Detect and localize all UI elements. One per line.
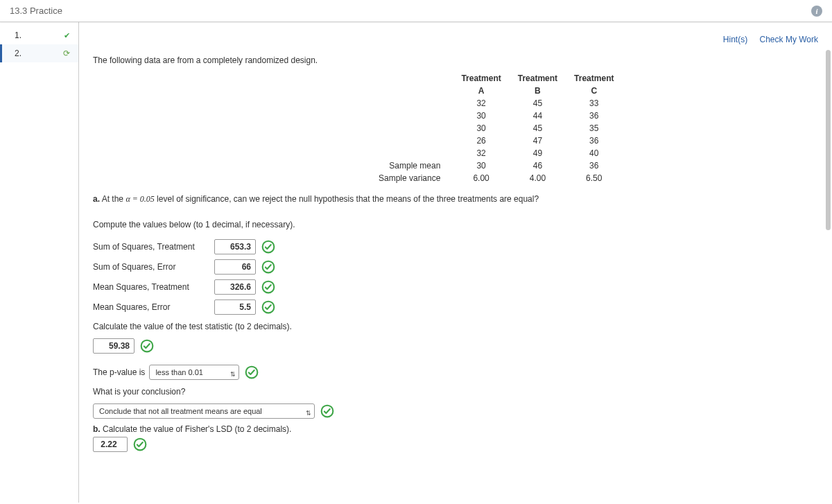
pvalue-label: The p-value is xyxy=(93,367,145,377)
sse-input[interactable]: 66 xyxy=(214,259,256,275)
info-icon[interactable]: i xyxy=(811,6,822,17)
check-work-link[interactable]: Check My Work xyxy=(760,35,818,44)
data-table: Treatment Treatment Treatment A B C 3245… xyxy=(370,72,800,184)
question-a: a. At the α = 0.05 level of significance… xyxy=(93,194,800,205)
nav-number: 1. xyxy=(15,31,26,40)
sst-label: Sum of Squares, Treatment xyxy=(93,242,214,252)
col-head-a1: Treatment xyxy=(453,72,509,85)
question-nav: 1. ✔ 2. ⟳ xyxy=(0,22,79,503)
correct-icon xyxy=(261,240,275,254)
refresh-icon: ⟳ xyxy=(62,49,71,58)
pvalue-select[interactable]: less than 0.01 xyxy=(149,365,239,380)
mse-label: Mean Squares, Error xyxy=(93,302,214,312)
correct-icon xyxy=(261,300,275,314)
fstat-input[interactable]: 59.38 xyxy=(93,338,135,354)
scrollbar[interactable] xyxy=(824,22,831,503)
sse-label: Sum of Squares, Error xyxy=(93,262,214,272)
main-content: Hint(s) Check My Work The following data… xyxy=(79,22,832,503)
correct-icon xyxy=(261,280,275,294)
var-label: Sample variance xyxy=(370,172,453,184)
calc-stat-instruction: Calculate the value of the test statisti… xyxy=(93,322,800,331)
conclusion-question: What is your conclusion? xyxy=(93,387,800,397)
sst-input[interactable]: 653.3 xyxy=(214,239,256,254)
question-b: b. Calculate the value of Fisher's LSD (… xyxy=(93,424,800,434)
correct-icon xyxy=(140,339,154,353)
nav-item-1[interactable]: 1. ✔ xyxy=(0,26,78,44)
mse-input[interactable]: 5.5 xyxy=(214,299,256,315)
mst-label: Mean Squares, Treatment xyxy=(93,282,214,292)
col-head-a2: A xyxy=(453,85,509,97)
correct-icon xyxy=(261,260,275,274)
compute-instruction: Compute the values below (to 1 decimal, … xyxy=(93,220,800,229)
table-row: 324940 xyxy=(370,147,622,159)
table-row: 324533 xyxy=(370,97,622,110)
mst-input[interactable]: 326.6 xyxy=(214,279,256,295)
conclusion-select[interactable]: Conclude that not all treatment means ar… xyxy=(93,403,315,419)
scrollbar-thumb[interactable] xyxy=(826,50,831,230)
col-head-c1: Treatment xyxy=(566,72,622,85)
col-head-c2: C xyxy=(566,85,622,97)
mean-row: Sample mean 304636 xyxy=(370,159,622,172)
correct-icon xyxy=(320,404,334,418)
alpha-text: α = 0.05 xyxy=(125,194,154,204)
intro-text: The following data are from a completely… xyxy=(93,55,800,65)
part-b-label: b. xyxy=(93,424,101,434)
nav-number: 2. xyxy=(15,49,26,58)
hints-link[interactable]: Hint(s) xyxy=(723,35,747,44)
col-head-b1: Treatment xyxy=(510,72,566,85)
table-row: 304436 xyxy=(370,110,622,122)
table-row: 264736 xyxy=(370,134,622,147)
table-row: 304535 xyxy=(370,122,622,134)
part-a-label: a. xyxy=(93,194,100,204)
top-actions: Hint(s) Check My Work xyxy=(713,35,818,44)
correct-icon xyxy=(245,365,259,379)
checkmark-icon: ✔ xyxy=(62,31,71,40)
page-title: 13.3 Practice xyxy=(10,6,62,16)
col-head-b2: B xyxy=(510,85,566,97)
lsd-input[interactable]: 2.22 xyxy=(93,437,128,452)
nav-item-2[interactable]: 2. ⟳ xyxy=(0,44,78,62)
variance-row: Sample variance 6.004.006.50 xyxy=(370,172,622,184)
page-header: 13.3 Practice i xyxy=(0,0,832,22)
mean-label: Sample mean xyxy=(370,159,453,172)
correct-icon xyxy=(133,437,147,451)
